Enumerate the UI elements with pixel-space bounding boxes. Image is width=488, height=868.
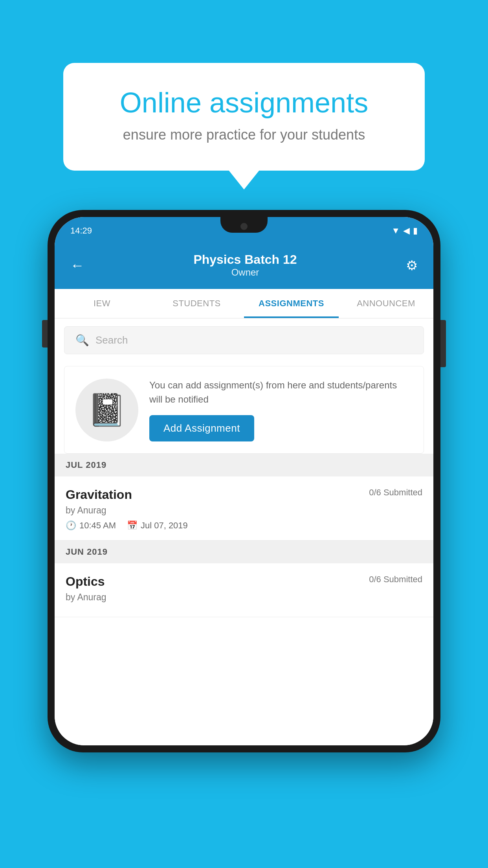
empty-state-card: 📓 You can add assignment(s) from here an… xyxy=(64,366,424,454)
tab-announcements[interactable]: ANNOUNCEM xyxy=(339,289,433,318)
speech-bubble: Online assignments ensure more practice … xyxy=(63,63,425,171)
wifi-icon: ▼ xyxy=(391,226,400,236)
add-assignment-button[interactable]: Add Assignment xyxy=(149,415,254,441)
header-title: Physics Batch 12 xyxy=(193,252,297,267)
bubble-title: Online assignments xyxy=(95,86,393,119)
signal-icon: ◀ xyxy=(403,226,410,236)
tab-students[interactable]: STUDENTS xyxy=(149,289,244,318)
empty-state-description: You can add assignment(s) from here and … xyxy=(149,378,413,406)
assignment-date-value: Jul 07, 2019 xyxy=(141,520,188,531)
notch xyxy=(220,217,268,233)
assignment-by-optics: by Anurag xyxy=(66,592,422,603)
status-icons: ▼ ◀ ▮ xyxy=(391,226,418,236)
search-bar[interactable]: 🔍 Search xyxy=(64,326,424,354)
assignment-meta: 🕐 10:45 AM 📅 Jul 07, 2019 xyxy=(66,520,422,531)
phone-frame: 14:29 ▼ ◀ ▮ ← Physics Batch 12 Owner ⚙ xyxy=(48,210,440,752)
tab-assignments[interactable]: ASSIGNMENTS xyxy=(244,289,339,318)
empty-state-content: You can add assignment(s) from here and … xyxy=(149,378,413,441)
bubble-subtitle: ensure more practice for your students xyxy=(95,127,393,143)
status-time: 14:29 xyxy=(70,226,92,236)
assignment-name: Gravitation xyxy=(66,487,132,502)
clock-icon: 🕐 xyxy=(66,520,76,531)
promo-section: Online assignments ensure more practice … xyxy=(63,63,425,171)
section-header-jul: JUL 2019 xyxy=(55,454,433,476)
header-center: Physics Batch 12 Owner xyxy=(193,252,297,278)
back-button[interactable]: ← xyxy=(70,257,84,274)
header-subtitle: Owner xyxy=(193,267,297,278)
notebook-icon: 📓 xyxy=(87,392,127,428)
search-icon: 🔍 xyxy=(75,334,89,347)
search-placeholder: Search xyxy=(95,334,128,346)
assignment-name-optics: Optics xyxy=(66,574,105,589)
settings-icon[interactable]: ⚙ xyxy=(406,257,418,273)
assignment-item-gravitation[interactable]: Gravitation 0/6 Submitted by Anurag 🕐 10… xyxy=(55,476,433,541)
assignment-by: by Anurag xyxy=(66,505,422,516)
camera-icon xyxy=(240,223,248,230)
assignment-submitted-optics: 0/6 Submitted xyxy=(369,574,422,585)
assignment-submitted: 0/6 Submitted xyxy=(369,487,422,498)
phone-screen: 14:29 ▼ ◀ ▮ ← Physics Batch 12 Owner ⚙ xyxy=(55,217,433,745)
assignment-time: 🕐 10:45 AM xyxy=(66,520,116,531)
assignment-top-row: Gravitation 0/6 Submitted xyxy=(66,487,422,502)
search-container: 🔍 Search xyxy=(55,318,433,362)
calendar-icon: 📅 xyxy=(127,520,138,531)
tab-iew[interactable]: IEW xyxy=(55,289,149,318)
assignment-item-optics[interactable]: Optics 0/6 Submitted by Anurag xyxy=(55,563,433,617)
assignment-time-value: 10:45 AM xyxy=(79,520,116,531)
app-header: ← Physics Batch 12 Owner ⚙ xyxy=(55,245,433,289)
section-header-jun: JUN 2019 xyxy=(55,541,433,563)
assignment-illustration: 📓 xyxy=(75,379,138,441)
assignment-date: 📅 Jul 07, 2019 xyxy=(127,520,188,531)
phone-mockup: 14:29 ▼ ◀ ▮ ← Physics Batch 12 Owner ⚙ xyxy=(48,210,440,752)
status-bar: 14:29 ▼ ◀ ▮ xyxy=(55,217,433,245)
content-area: 🔍 Search 📓 You can add assignment(s) fro… xyxy=(55,318,433,745)
assignment-top-row-optics: Optics 0/6 Submitted xyxy=(66,574,422,589)
battery-icon: ▮ xyxy=(413,226,418,236)
tabs-bar: IEW STUDENTS ASSIGNMENTS ANNOUNCEM xyxy=(55,289,433,318)
